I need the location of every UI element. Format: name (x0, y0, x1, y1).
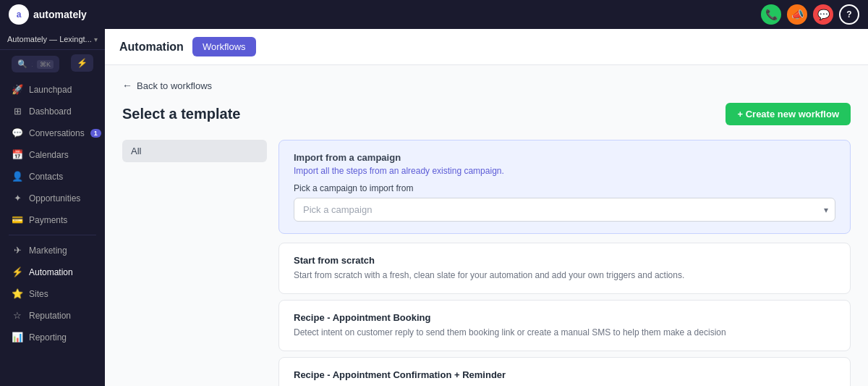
template-list: Import from a campaign Import all the st… (278, 140, 851, 386)
sidebar-item-label: Reputation (29, 311, 93, 321)
campaign-select-wrapper: Pick a campaign ▾ (294, 198, 835, 222)
tab-workflows[interactable]: Workflows (192, 37, 256, 56)
opportunities-icon: ✦ (12, 193, 23, 204)
campaign-select[interactable]: Pick a campaign (294, 198, 835, 222)
back-link[interactable]: ← Back to workflows (122, 80, 851, 91)
sidebar-item-dashboard[interactable]: ⊞ Dashboard (3, 101, 102, 122)
sidebar-item-label: Dashboard (29, 106, 93, 117)
template-item-appointment-booking[interactable]: Recipe - Appointment Booking Detect inte… (278, 300, 851, 351)
search-icon: 🔍 (17, 59, 27, 69)
marketing-icon: ✈ (12, 245, 23, 256)
sidebar-item-label: Opportunities (29, 193, 93, 204)
import-card-title: Import from a campaign (294, 152, 835, 163)
reporting-icon: 📊 (12, 332, 23, 343)
lightning-button[interactable]: ⚡ (71, 54, 93, 72)
content-area: Automation Workflows ← Back to workflows… (105, 29, 868, 386)
phone-icon[interactable]: 📞 (761, 4, 781, 25)
sidebar-item-label: Payments (29, 215, 93, 225)
select-template-title: Select a template (122, 106, 240, 122)
sidebar-item-conversations[interactable]: 💬 Conversations 1 (3, 122, 102, 143)
logo-icon: a (9, 4, 29, 25)
sidebar: Automately — Lexingt... ▾ 🔍 ⌘K ⚡ 🚀 Launc… (0, 29, 105, 386)
import-card-link[interactable]: Import all the steps from an already exi… (294, 166, 835, 176)
back-link-label: Back to workflows (137, 80, 212, 91)
template-item-scratch[interactable]: Start from scratch Start from scratch wi… (278, 243, 851, 294)
chat-icon[interactable]: 💬 (813, 4, 833, 25)
launchpad-icon: 🚀 (12, 84, 23, 95)
logo: a automately (9, 4, 87, 25)
search-shortcut: ⌘K (37, 60, 54, 69)
sidebar-item-marketing[interactable]: ✈ Marketing (3, 240, 102, 261)
sites-icon: ⭐ (12, 288, 23, 299)
top-bar-icons: 📞 📣 💬 ? (761, 4, 859, 25)
template-item-appointment-confirmation[interactable]: Recipe - Appointment Confirmation + Remi… (278, 357, 851, 386)
page-title: Automation (119, 41, 184, 54)
workspace-chevron-icon: ▾ (94, 35, 98, 43)
sidebar-item-label: Sites (29, 289, 93, 299)
template-item-title: Start from scratch (294, 255, 835, 266)
back-arrow-icon: ← (122, 80, 132, 91)
filter-item-all[interactable]: All (122, 140, 267, 162)
pick-campaign-label: Pick a campaign to import from (294, 183, 835, 193)
nav-divider (9, 235, 96, 235)
template-item-desc: Appointment confirmation and follow-up r… (294, 383, 835, 386)
sidebar-item-calendars[interactable]: 📅 Calendars (3, 144, 102, 165)
sidebar-item-label: Reporting (29, 332, 93, 343)
workspace-selector[interactable]: Automately — Lexingt... ▾ (0, 29, 105, 50)
sidebar-item-label: Conversations (29, 128, 85, 138)
sidebar-item-reporting[interactable]: 📊 Reporting (3, 327, 102, 348)
sidebar-item-payments[interactable]: 💳 Payments (3, 209, 102, 230)
sidebar-item-label: Automation (29, 267, 93, 277)
import-campaign-card: Import from a campaign Import all the st… (278, 140, 851, 234)
megaphone-icon[interactable]: 📣 (787, 4, 807, 25)
contacts-icon: 👤 (12, 171, 23, 182)
calendars-icon: 📅 (12, 149, 23, 160)
help-icon[interactable]: ? (839, 4, 859, 25)
template-item-desc: Start from scratch with a fresh, clean s… (294, 269, 835, 282)
template-item-title: Recipe - Appointment Confirmation + Remi… (294, 369, 835, 380)
template-layout: All Import from a campaign Import all th… (122, 140, 851, 386)
sidebar-item-automation[interactable]: ⚡ Automation (3, 261, 102, 282)
sidebar-item-label: Contacts (29, 172, 93, 182)
sidebar-item-label: Marketing (29, 246, 93, 256)
sidebar-item-sites[interactable]: ⭐ Sites (3, 283, 102, 304)
sidebar-item-contacts[interactable]: 👤 Contacts (3, 166, 102, 187)
search-box[interactable]: 🔍 ⌘K (12, 56, 59, 72)
conversations-icon: 💬 (12, 127, 23, 138)
search-row: 🔍 ⌘K ⚡ (6, 50, 99, 75)
dashboard-icon: ⊞ (12, 106, 23, 117)
sidebar-item-launchpad[interactable]: 🚀 Launchpad (3, 79, 102, 100)
reputation-icon: ☆ (12, 310, 23, 321)
payments-icon: 💳 (12, 214, 23, 225)
sidebar-item-reputation[interactable]: ☆ Reputation (3, 305, 102, 326)
workspace-name: Automately — Lexingt... (7, 35, 92, 43)
logo-text: automately (33, 9, 87, 20)
sidebar-nav: 🚀 Launchpad ⊞ Dashboard 💬 Conversations … (0, 78, 105, 348)
automation-icon: ⚡ (12, 267, 23, 277)
page-content: ← Back to workflows Select a template + … (105, 65, 868, 386)
template-item-desc: Detect intent on customer reply to send … (294, 326, 835, 339)
create-workflow-button[interactable]: + Create new workflow (726, 103, 851, 125)
sidebar-item-opportunities[interactable]: ✦ Opportunities (3, 188, 102, 209)
conversations-badge: 1 (90, 129, 101, 138)
top-bar: a automately 📞 📣 💬 ? (0, 0, 868, 29)
template-header: Select a template + Create new workflow (122, 103, 851, 125)
filter-panel: All (122, 140, 267, 386)
search-input[interactable] (32, 60, 33, 69)
sidebar-item-label: Calendars (29, 150, 93, 160)
sidebar-item-label: Launchpad (29, 85, 93, 95)
main-layout: Automately — Lexingt... ▾ 🔍 ⌘K ⚡ 🚀 Launc… (0, 29, 868, 386)
template-item-title: Recipe - Appointment Booking (294, 312, 835, 323)
page-header: Automation Workflows (105, 29, 868, 65)
